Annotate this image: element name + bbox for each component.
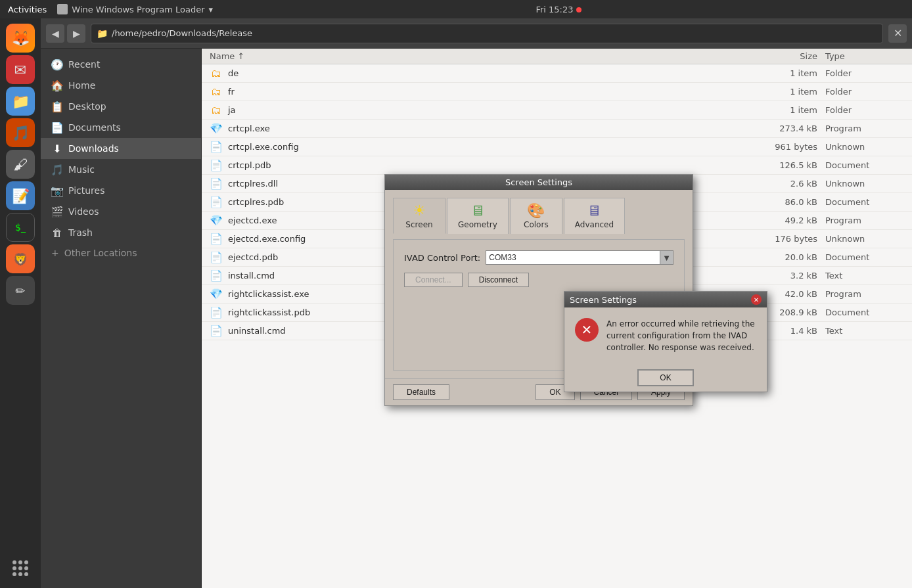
col-size-header[interactable]: Size <box>746 51 825 61</box>
files-dock-icon[interactable]: 📁 <box>6 87 35 116</box>
videos-icon: 🎬 <box>51 206 63 217</box>
file-name: crtcplres.pdb <box>228 197 284 207</box>
file-size-col: 1 item <box>746 105 825 115</box>
firefox-dock-icon[interactable]: 🦊 <box>6 24 35 53</box>
table-row[interactable]: 💎 crtcpl.exe 273.4 kB Program <box>202 120 912 138</box>
app-menu[interactable]: Wine Windows Program Loader ▾ <box>57 4 213 14</box>
file-size-col: 49.2 kB <box>746 215 825 225</box>
col-name-label: Name <box>210 51 235 61</box>
file-name-col: 📄 crtcpl.exe.config <box>210 141 746 154</box>
address-bar[interactable]: 📁 /home/pedro/Downloads/Release <box>91 24 883 43</box>
file-icon: 📄 <box>210 306 223 319</box>
file-type-col: Unknown <box>825 142 904 152</box>
error-content: ✕ An error occurred while retrieving the… <box>564 307 767 364</box>
sidebar-item-documents[interactable]: 📄 Documents <box>41 117 201 138</box>
show-apps-button[interactable] <box>6 554 35 583</box>
sidebar-item-home[interactable]: 🏠 Home <box>41 75 201 96</box>
file-name-col: 💎 crtcpl.exe <box>210 122 746 135</box>
clear-button[interactable]: ✕ <box>888 24 907 43</box>
colors-tab-label: Colors <box>524 220 549 229</box>
file-name: de <box>228 68 239 78</box>
left-dock: 🦊 ✉ 📁 🎵 🖌 📝 $_ 🦁 ✏ <box>0 18 41 588</box>
tab-advanced[interactable]: 🖥 Advanced <box>564 198 625 234</box>
file-size-col: 1 item <box>746 87 825 97</box>
table-row[interactable]: 🗂 de 1 item Folder <box>202 64 912 83</box>
sidebar-item-videos[interactable]: 🎬 Videos <box>41 201 201 222</box>
recording-dot <box>576 7 581 12</box>
terminal-dock-icon[interactable]: $_ <box>6 213 35 242</box>
ivad-port-input[interactable] <box>486 250 660 265</box>
sidebar-label-documents: Documents <box>68 122 121 133</box>
col-type-header[interactable]: Type <box>825 51 904 61</box>
forward-button[interactable]: ▶ <box>67 24 85 43</box>
file-icon: 📄 <box>210 196 223 209</box>
error-ok-button[interactable]: OK <box>637 369 693 386</box>
sidebar-label-home: Home <box>68 80 95 91</box>
sidebar-label-pictures: Pictures <box>68 185 104 196</box>
sidebar-label-desktop: Desktop <box>68 101 106 112</box>
error-icon: ✕ <box>575 318 599 342</box>
top-bar: Activities Wine Windows Program Loader ▾… <box>0 0 912 18</box>
address-bar-folder-icon: 📁 <box>97 28 108 39</box>
inkscape-dock-icon[interactable]: ✏ <box>6 276 35 305</box>
table-row[interactable]: 📄 crtcpl.exe.config 961 bytes Unknown <box>202 138 912 156</box>
add-location-icon: + <box>51 248 59 258</box>
screen-tab-label: Screen <box>405 220 432 229</box>
sidebar-item-downloads[interactable]: ⬇ Downloads <box>41 138 201 159</box>
gimp-dock-icon[interactable]: 🖌 <box>6 150 35 179</box>
error-close-button[interactable]: ✕ <box>751 294 762 305</box>
defaults-button[interactable]: Defaults <box>393 384 449 400</box>
table-row[interactable]: 🗂 fr 1 item Folder <box>202 83 912 101</box>
file-type-col: Text <box>825 326 904 336</box>
file-size-col: 86.0 kB <box>746 197 825 207</box>
tab-geometry[interactable]: 🖥 Geometry <box>447 198 509 234</box>
back-button[interactable]: ◀ <box>46 24 64 43</box>
sort-arrow: ↑ <box>237 51 244 61</box>
sidebar-item-other-locations[interactable]: + Other Locations <box>41 243 201 263</box>
tab-colors[interactable]: 🎨 Colors <box>510 198 562 234</box>
brave-dock-icon[interactable]: 🦁 <box>6 244 35 273</box>
col-type-label: Type <box>825 51 845 61</box>
folder-icon: 🗂 <box>210 67 223 80</box>
exe-icon: 💎 <box>210 214 223 227</box>
sidebar-label-music: Music <box>68 164 95 175</box>
disconnect-button[interactable]: Disconnect <box>468 273 529 287</box>
file-size-col: 20.0 kB <box>746 252 825 262</box>
screen-settings-title: Screen Settings <box>390 177 687 187</box>
file-type-col: Unknown <box>825 234 904 244</box>
file-icon: 📄 <box>210 177 223 191</box>
sidebar-label-recent: Recent <box>68 59 100 70</box>
ivad-port-dropdown-arrow[interactable]: ▼ <box>660 250 673 265</box>
rhythmbox-dock-icon[interactable]: 🎵 <box>6 118 35 147</box>
writer-dock-icon[interactable]: 📝 <box>6 181 35 210</box>
sidebar-item-music[interactable]: 🎵 Music <box>41 159 201 180</box>
exe-icon: 💎 <box>210 288 223 301</box>
tab-screen[interactable]: ☀ Screen <box>393 198 445 234</box>
table-row[interactable]: 📄 crtcpl.pdb 126.5 kB Document <box>202 156 912 175</box>
col-name-header[interactable]: Name ↑ <box>210 51 746 61</box>
activities-button[interactable]: Activities <box>8 5 47 14</box>
file-type-col: Folder <box>825 87 904 97</box>
file-name: uninstall.cmd <box>228 326 286 336</box>
email-dock-icon[interactable]: ✉ <box>6 55 35 84</box>
file-name: ja <box>228 105 236 115</box>
recent-icon: 🕐 <box>51 58 63 70</box>
connect-button[interactable]: Connect... <box>404 273 463 287</box>
sidebar-item-desktop[interactable]: 📋 Desktop <box>41 96 201 117</box>
file-name: rightclickassist.exe <box>228 289 309 299</box>
colors-tab-icon: 🎨 <box>527 202 545 219</box>
address-bar-text: /home/pedro/Downloads/Release <box>112 28 252 38</box>
clock: Fri 15:23 <box>536 5 573 14</box>
sidebar-item-pictures[interactable]: 📷 Pictures <box>41 180 201 201</box>
trash-icon: 🗑 <box>51 227 63 238</box>
documents-icon: 📄 <box>51 122 63 133</box>
file-size-col: 273.4 kB <box>746 124 825 133</box>
folder-icon: 🗂 <box>210 104 223 117</box>
file-name: crtcpl.exe <box>228 124 270 133</box>
sidebar-item-recent[interactable]: 🕐 Recent <box>41 54 201 75</box>
folder-icon: 🗂 <box>210 85 223 99</box>
sidebar-label-trash: Trash <box>68 227 93 238</box>
table-row[interactable]: 🗂 ja 1 item Folder <box>202 101 912 120</box>
file-name-col: 📄 crtcpl.pdb <box>210 159 746 172</box>
sidebar-item-trash[interactable]: 🗑 Trash <box>41 222 201 243</box>
